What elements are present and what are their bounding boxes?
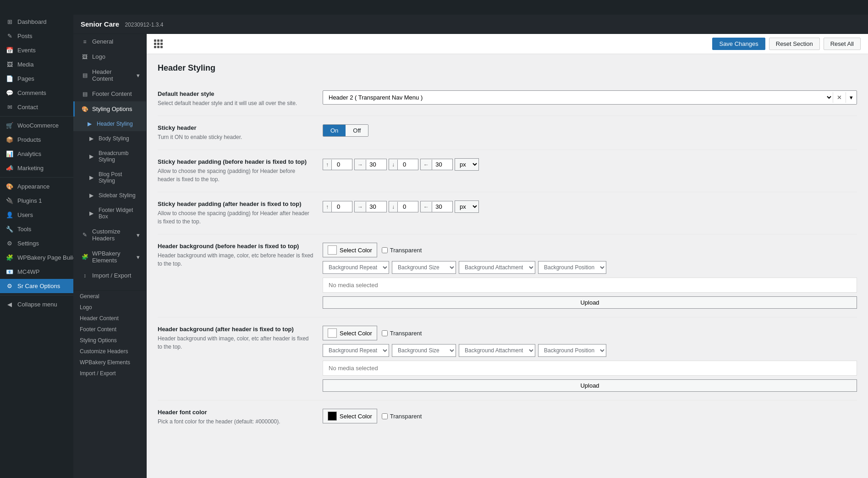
bottom-nav-header-content[interactable]: Header Content xyxy=(73,313,146,324)
bottom-nav-logo[interactable]: Logo xyxy=(73,302,146,313)
sidebar-item-marketing[interactable]: 📣 Marketing xyxy=(0,161,73,175)
sidebar-item-events[interactable]: 📅 Events xyxy=(0,43,73,57)
posts-icon: ✎ xyxy=(5,33,14,39)
appearance-icon: 🎨 xyxy=(5,183,14,190)
bottom-nav-general[interactable]: General xyxy=(73,291,146,302)
header-style-clear-button[interactable]: ✕ xyxy=(833,92,846,103)
header-styling-nav-icon: ▶ xyxy=(86,121,93,127)
sidebar-item-analytics[interactable]: 📊 Analytics xyxy=(0,147,73,161)
bottom-nav-import-export[interactable]: Import / Export xyxy=(73,368,146,379)
sidebar-item-woocommerce[interactable]: 🛒 WooCommerce xyxy=(0,118,73,133)
row-font-color: Header font color Pick a font color for … xyxy=(158,400,857,434)
padding-top-input-after[interactable] xyxy=(332,201,352,212)
reset-all-button[interactable]: Reset All xyxy=(824,38,861,50)
media-field-after[interactable] xyxy=(323,361,857,376)
transparent-checkbox-font[interactable] xyxy=(382,413,388,419)
bg-attachment-select-before[interactable]: Background Attachment xyxy=(459,261,535,274)
padding-right-input-after[interactable] xyxy=(366,201,386,212)
select-color-button-before[interactable]: Select Color xyxy=(323,243,377,257)
second-sidebar-body-styling[interactable]: ▶ Body Styling xyxy=(73,131,146,146)
sidebar-item-appearance[interactable]: 🎨 Appearance xyxy=(0,179,73,194)
sidebar-item-products[interactable]: 📦 Products xyxy=(0,133,73,147)
sticky-header-off-button[interactable]: Off xyxy=(346,125,368,136)
second-sidebar-blog-post-styling[interactable]: ▶ Blog Post Styling xyxy=(73,167,146,188)
second-sidebar-breadcrumb-styling[interactable]: ▶ Breadcrumb Styling xyxy=(73,146,146,167)
padding-unit-select-before[interactable]: px em % xyxy=(455,158,479,171)
sidebar-item-label: Contact xyxy=(17,104,38,111)
transparent-checkbox-after[interactable] xyxy=(382,330,388,336)
sidebar-item-collapse[interactable]: ◀ Collapse menu xyxy=(0,297,73,311)
marketing-icon: 📣 xyxy=(5,165,14,172)
second-sidebar-wpbakery-elements[interactable]: 🧩 WPBakery Elements ▾ xyxy=(73,246,146,268)
second-sidebar-general[interactable]: ≡ General xyxy=(73,34,146,49)
toolbar-right: Save Changes Reset Section Reset All xyxy=(712,38,861,50)
sidebar-item-media[interactable]: 🖼 Media xyxy=(0,57,73,72)
bg-size-select-after[interactable]: Background Size xyxy=(392,344,456,357)
sidebar-item-users[interactable]: 👤 Users xyxy=(0,208,73,222)
second-sidebar-footer-content[interactable]: ▤ Footer Content xyxy=(73,86,146,101)
label-title-bg-after: Header background (after header is fixed… xyxy=(158,326,313,333)
bg-repeat-select-after[interactable]: Background Repeat xyxy=(323,344,389,357)
bg-position-select-before[interactable]: Background Position xyxy=(538,261,606,274)
bottom-nav-wpbakery-elements[interactable]: WPBakery Elements xyxy=(73,357,146,368)
transparent-checkbox-before[interactable] xyxy=(382,247,388,253)
sidebar-item-contact[interactable]: ✉ Contact xyxy=(0,100,73,114)
padding-bottom-input-after[interactable] xyxy=(398,201,418,212)
sidebar-item-label: Comments xyxy=(17,89,46,96)
sidebar-item-label: WooCommerce xyxy=(17,122,59,129)
second-sidebar-customize-headers[interactable]: ✎ Customize Headers ▾ xyxy=(73,224,146,246)
padding-unit-select-after[interactable]: px em % xyxy=(455,200,479,213)
sidebar-item-mc4wp[interactable]: 📧 MC4WP xyxy=(0,265,73,279)
bg-position-select-after[interactable]: Background Position xyxy=(538,344,606,357)
sidebar-item-tools[interactable]: 🔧 Tools xyxy=(0,222,73,236)
sticky-header-on-button[interactable]: On xyxy=(323,125,346,136)
tools-icon: 🔧 xyxy=(5,226,14,233)
sidebar-item-plugins[interactable]: 🔌 Plugins 1 xyxy=(0,194,73,208)
padding-left-input-after[interactable] xyxy=(432,201,452,212)
second-sidebar-sidebar-styling[interactable]: ▶ Sidebar Styling xyxy=(73,188,146,203)
padding-top-input-before[interactable] xyxy=(332,159,352,170)
reset-section-button[interactable]: Reset Section xyxy=(769,38,820,50)
save-changes-button[interactable]: Save Changes xyxy=(712,38,765,50)
second-sidebar-wpbakery-label: WPBakery Elements xyxy=(92,250,133,264)
transparent-label-before[interactable]: Transparent xyxy=(382,247,422,254)
sidebar-divider-3 xyxy=(0,295,73,295)
transparent-label-after[interactable]: Transparent xyxy=(382,330,422,337)
sidebar-item-srcareopt[interactable]: ⚙ Sr Care Options xyxy=(0,279,73,293)
padding-left-input-before[interactable] xyxy=(432,159,452,170)
sidebar-item-dashboard[interactable]: ⊞ Dashboard xyxy=(0,15,73,29)
padding-right-input-before[interactable] xyxy=(366,159,386,170)
bg-size-select-before[interactable]: Background Size xyxy=(392,261,456,274)
select-color-button-after[interactable]: Select Color xyxy=(323,326,377,340)
row-sticky-padding-before: Sticky header padding (before header is … xyxy=(158,150,857,192)
bg-repeat-select-before[interactable]: Background Repeat xyxy=(323,261,389,274)
second-sidebar-header-styling[interactable]: ▶ Header Styling xyxy=(73,117,146,131)
second-sidebar-footer-widget[interactable]: ▶ Footer Widget Box xyxy=(73,203,146,224)
second-sidebar-header-content[interactable]: ▤ Header Content ▾ xyxy=(73,64,146,86)
header-style-select[interactable]: Header 2 ( Transparent Nav Menu ) xyxy=(323,91,833,104)
bg-attachment-select-after[interactable]: Background Attachment xyxy=(459,344,535,357)
header-style-dropdown-button[interactable]: ▾ xyxy=(846,92,857,103)
select-color-button-font[interactable]: Select Color xyxy=(323,409,377,423)
padding-bottom-input-before[interactable] xyxy=(398,159,418,170)
transparent-text-after: Transparent xyxy=(390,330,422,337)
upload-button-before[interactable]: Upload xyxy=(323,296,857,309)
upload-button-after[interactable]: Upload xyxy=(323,379,857,392)
color-row-after: Select Color Transparent xyxy=(323,326,857,340)
sidebar-item-pages[interactable]: 📄 Pages xyxy=(0,72,73,86)
select-color-label-font: Select Color xyxy=(340,413,372,420)
bottom-nav-customize-headers[interactable]: Customize Headers xyxy=(73,346,146,357)
transparent-label-font[interactable]: Transparent xyxy=(382,413,422,420)
row-bg-before: Header background (before header is fixe… xyxy=(158,234,857,317)
second-sidebar-styling-options[interactable]: 🎨 Styling Options xyxy=(73,101,146,117)
sidebar-item-wpbakery[interactable]: 🧩 WPBakery Page Builder xyxy=(0,250,73,265)
bottom-nav-styling-options[interactable]: Styling Options xyxy=(73,335,146,346)
sidebar-item-comments[interactable]: 💬 Comments xyxy=(0,86,73,100)
sidebar-item-posts[interactable]: ✎ Posts xyxy=(0,29,73,43)
second-sidebar-import-export[interactable]: ↕ Import / Export xyxy=(73,268,146,283)
sidebar-item-settings[interactable]: ⚙ Settings xyxy=(0,236,73,250)
second-sidebar-header-styling-label: Header Styling xyxy=(97,121,133,127)
second-sidebar-logo[interactable]: 🖼 Logo xyxy=(73,49,146,64)
bottom-nav-footer-content[interactable]: Footer Content xyxy=(73,324,146,335)
media-field-before[interactable] xyxy=(323,278,857,293)
